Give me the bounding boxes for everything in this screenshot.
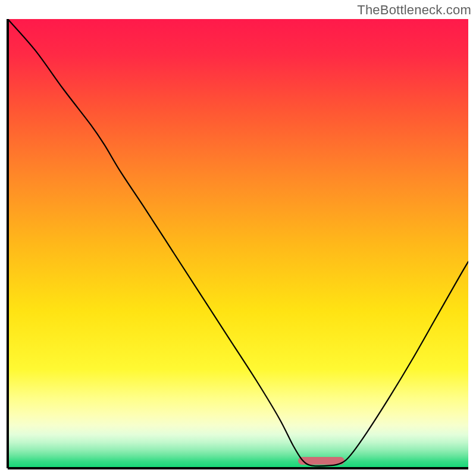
watermark-text: TheBottleneck.com — [357, 2, 471, 18]
chart-plot-area — [8, 19, 468, 468]
curve-path — [8, 19, 468, 466]
x-axis-line — [8, 467, 468, 469]
y-axis-line — [7, 19, 9, 468]
bottleneck-curve — [8, 19, 468, 468]
